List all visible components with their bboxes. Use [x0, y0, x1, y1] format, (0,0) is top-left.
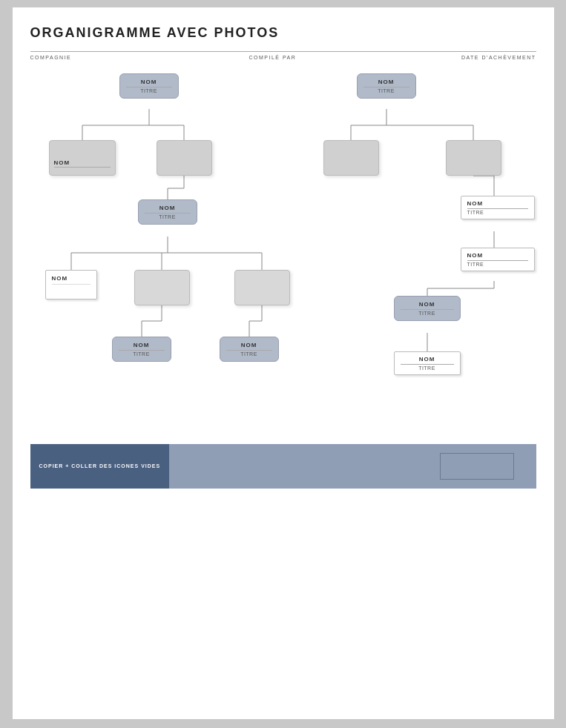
- right-child2-node: [446, 140, 501, 176]
- header-row: COMPAGNIE COMPILÉ PAR DATE D'ACHÈVEMENT: [30, 51, 536, 60]
- right-mid2-title: TITRE: [467, 260, 528, 267]
- bottom-bar-label: COPIER + COLLER DES ICONES VIDES: [30, 444, 170, 489]
- right-mid1-name: NOM: [467, 200, 528, 207]
- header-date: DATE D'ACHÈVEMENT: [409, 55, 536, 60]
- right-mid2-node: NOM TITRE: [461, 248, 535, 271]
- left-mid-title: TITRE: [145, 213, 191, 219]
- left-root-name: NOM: [126, 79, 172, 85]
- left-child1-name: NOM: [54, 159, 111, 166]
- chart-container: NOM TITRE NOM NOM TITRE NOM: [30, 73, 536, 422]
- right-mid4-name: NOM: [401, 356, 454, 363]
- bottom-bar-box: [440, 453, 514, 480]
- left-ll1-node: NOM TITRE: [112, 337, 171, 362]
- bottom-bar: COPIER + COLLER DES ICONES VIDES: [30, 444, 536, 489]
- right-mid2-name: NOM: [467, 252, 528, 259]
- right-mid1-node: NOM TITRE: [461, 196, 535, 219]
- right-mid1-title: TITRE: [467, 208, 528, 215]
- page: ORGANIGRAMME AVEC PHOTOS COMPAGNIE COMPI…: [13, 7, 554, 719]
- left-l1-name: NOM: [52, 275, 91, 282]
- header-company: COMPAGNIE: [30, 55, 190, 60]
- page-title: ORGANIGRAMME AVEC PHOTOS: [30, 25, 536, 41]
- left-ll2-name: NOM: [226, 342, 272, 348]
- right-child1-node: [323, 140, 379, 176]
- right-mid4-node: NOM TITRE: [394, 351, 461, 375]
- right-root-name: NOM: [363, 79, 409, 85]
- left-ll1-name: NOM: [119, 342, 165, 348]
- left-root-title: TITRE: [126, 87, 172, 93]
- left-l1-node: NOM: [45, 270, 97, 300]
- right-mid3-title: TITRE: [401, 309, 454, 316]
- right-mid3-name: NOM: [401, 301, 454, 308]
- right-mid3-node: NOM TITRE: [394, 296, 461, 321]
- right-mid4-title: TITRE: [401, 364, 454, 371]
- left-l3-node: [234, 270, 290, 305]
- left-ll2-title: TITRE: [226, 350, 272, 357]
- right-root-node: NOM TITRE: [357, 73, 416, 99]
- left-l2-node: [134, 270, 190, 305]
- right-root-title: TITRE: [363, 87, 409, 93]
- header-compiled: COMPILÉ PAR: [190, 55, 409, 60]
- left-root-node: NOM TITRE: [119, 73, 179, 99]
- left-child1-node: NOM: [49, 140, 116, 176]
- left-mid-node: NOM TITRE: [138, 199, 197, 225]
- left-child2-node: [157, 140, 212, 176]
- left-ll1-title: TITRE: [119, 350, 165, 357]
- bottom-bar-content: [169, 444, 536, 489]
- left-ll2-node: NOM TITRE: [220, 337, 279, 362]
- left-mid-name: NOM: [145, 205, 191, 211]
